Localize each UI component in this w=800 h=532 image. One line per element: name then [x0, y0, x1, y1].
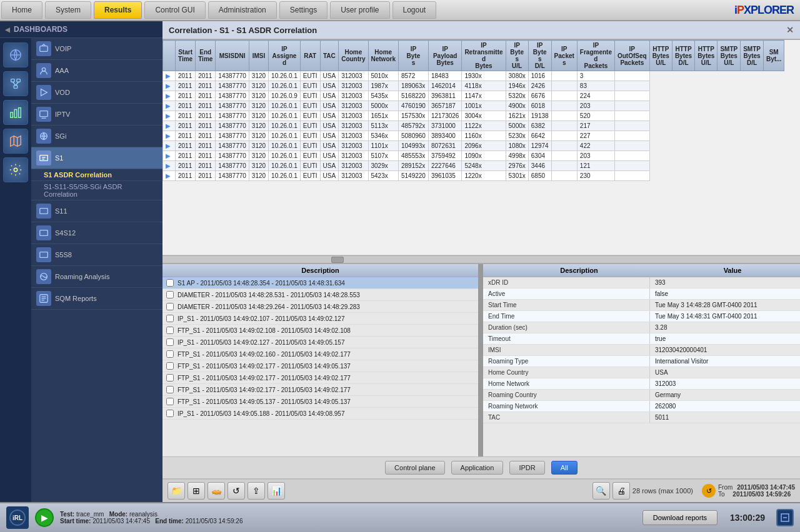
desc-checkbox[interactable]: [166, 327, 174, 334]
desc-checkbox[interactable]: [166, 291, 174, 298]
tab-logout[interactable]: Logout: [392, 1, 437, 19]
desc-list-item[interactable]: FTP_S1 - 2011/05/03 14:49:02.177 - 2011/…: [162, 360, 478, 372]
expand-arrow[interactable]: ▶: [163, 101, 176, 111]
desc-checkbox[interactable]: [166, 386, 174, 393]
sidebar-item-sqm[interactable]: SQM Reports: [31, 288, 162, 310]
expand-arrow[interactable]: ▶: [163, 151, 176, 161]
expand-arrow[interactable]: ▶: [163, 71, 176, 81]
sidebar-icon-chart[interactable]: [3, 100, 28, 125]
desc-list-item[interactable]: IP_S1 - 2011/05/03 14:49:02.127 - 2011/0…: [162, 337, 478, 348]
table-row[interactable]: ▶2011201114387770312010.26.0.1EUTIUSA312…: [163, 111, 784, 121]
col-home-network[interactable]: HomeNetwork: [368, 41, 398, 71]
expand-arrow[interactable]: ▶: [163, 141, 176, 151]
sidebar-item-s5s8[interactable]: S5S8: [31, 244, 162, 266]
desc-checkbox[interactable]: [166, 398, 174, 405]
play-button[interactable]: ▶: [35, 508, 54, 527]
col-start-time[interactable]: StartTime: [176, 41, 196, 71]
expand-arrow[interactable]: ▶: [163, 161, 176, 171]
toolbar-pie-btn[interactable]: 🥧: [208, 482, 225, 500]
application-button[interactable]: Application: [451, 461, 504, 475]
table-row[interactable]: ▶2011201114387770312010.26.0.1EUTIUSA312…: [163, 161, 784, 171]
table-row[interactable]: ▶2011201114387770312010.26.0.1EUTIUSA312…: [163, 101, 784, 111]
sidebar-icon-map[interactable]: [3, 129, 28, 154]
toolbar-refresh-btn[interactable]: ↺: [228, 482, 245, 500]
col-ip-payload[interactable]: IPPayloadBytes: [428, 41, 462, 71]
sidebar-item-vod[interactable]: VOD: [31, 82, 162, 104]
close-button[interactable]: ✕: [786, 25, 794, 35]
expand-arrow[interactable]: ▶: [163, 121, 176, 131]
desc-list-item[interactable]: DIAMETER - 2011/05/03 14:48:28.531 - 201…: [162, 289, 478, 301]
col-rat[interactable]: RAT: [300, 41, 320, 71]
table-row[interactable]: ▶2011201114387770312010.26.0.9EUTIUSA312…: [163, 91, 784, 101]
col-home-country[interactable]: HomeCountry: [339, 41, 368, 71]
col-smtp-bytes-ul[interactable]: SMTPBytesU/L: [718, 41, 741, 71]
tab-system[interactable]: System: [45, 1, 91, 19]
desc-checkbox[interactable]: [166, 350, 174, 358]
desc-checkbox[interactable]: [166, 279, 174, 287]
all-button[interactable]: All: [551, 461, 578, 475]
expand-arrow[interactable]: ▶: [163, 171, 176, 181]
desc-list-item[interactable]: IP_S1 - 2011/05/03 14:49:05.188 - 2011/0…: [162, 408, 478, 420]
sidebar-icon-network[interactable]: [3, 71, 28, 96]
col-ip-bytes-dl[interactable]: IPBytesD/L: [528, 41, 551, 71]
expand-arrow[interactable]: ▶: [163, 131, 176, 141]
desc-checkbox[interactable]: [166, 338, 174, 346]
tab-results[interactable]: Results: [94, 1, 142, 19]
horiz-scrollbar[interactable]: [162, 255, 800, 263]
col-sm[interactable]: SMByt...: [763, 41, 784, 71]
col-http-bytes-ul[interactable]: HTTPBytesU/L: [649, 41, 672, 71]
ipdr-button[interactable]: IPDR: [509, 461, 544, 475]
desc-list-item[interactable]: FTP_S1 - 2011/05/03 14:49:02.160 - 2011/…: [162, 348, 478, 360]
tab-settings[interactable]: Settings: [279, 1, 328, 19]
col-tac[interactable]: TAC: [320, 41, 339, 71]
toolbar-bar-chart-btn[interactable]: 📊: [268, 482, 285, 500]
table-row[interactable]: ▶2011201114387770312010.26.0.1EUTIUSA312…: [163, 131, 784, 141]
toolbar-export-btn[interactable]: ⇪: [248, 482, 265, 500]
desc-list-item[interactable]: FTP_S1 - 2011/05/03 14:49:02.177 - 2011/…: [162, 372, 478, 384]
table-row[interactable]: ▶2011201114387770312010.26.0.1EUTIUSA312…: [163, 121, 784, 131]
desc-checkbox[interactable]: [166, 410, 174, 417]
sidebar-icon-settings[interactable]: [3, 157, 28, 182]
desc-checkbox[interactable]: [166, 374, 174, 382]
col-ip-frag[interactable]: IPFragmentedPackets: [577, 41, 614, 71]
table-row[interactable]: ▶2011201114387770312010.26.0.1EUTIUSA312…: [163, 151, 784, 161]
col-http-bytes-dl[interactable]: HTTPBytesD/L: [672, 41, 694, 71]
col-http-bytes-ul2[interactable]: HTTPBytesU/L: [695, 41, 718, 71]
desc-list-item[interactable]: S1 AP - 2011/05/03 14:48:28.354 - 2011/0…: [162, 277, 478, 289]
table-row[interactable]: ▶2011201114387770312010.26.0.1EUTIUSA312…: [163, 71, 784, 81]
col-msisdni[interactable]: MSISDNI: [216, 41, 249, 71]
main-data-table-area[interactable]: StartTime EndTime MSISDNI IMSI IPAssigne…: [162, 40, 800, 255]
toolbar-folder-btn[interactable]: 📁: [168, 482, 185, 500]
col-ip-bytes-ul[interactable]: IPBytes: [398, 41, 428, 71]
sidebar-item-iptv[interactable]: IPTV: [31, 104, 162, 126]
table-row[interactable]: ▶2011201114387770312010.26.0.1EUTIUSA312…: [163, 141, 784, 151]
sidebar-sub-s1-s11[interactable]: S1-S11-S5/S8-SGi ASDR Correlation: [31, 181, 162, 200]
download-reports-button[interactable]: Download reports: [642, 510, 718, 525]
desc-checkbox[interactable]: [166, 362, 174, 370]
status-action-btn[interactable]: [776, 509, 794, 526]
col-smtp-bytes-dl[interactable]: SMTPBytesD/L: [741, 41, 764, 71]
desc-list-item[interactable]: FTP_S1 - 2011/05/03 14:49:02.177 - 2011/…: [162, 384, 478, 396]
desc-checkbox[interactable]: [166, 315, 174, 322]
col-ip-retransmit[interactable]: IPRetransmittedBytes: [462, 41, 506, 71]
table-row[interactable]: ▶2011201114387770312010.26.0.1EUTIUSA312…: [163, 81, 784, 91]
tab-user-profile[interactable]: User profile: [330, 1, 389, 19]
sidebar-item-roaming[interactable]: Roaming Analysis: [31, 266, 162, 288]
desc-checkbox[interactable]: [166, 303, 174, 310]
col-end-time[interactable]: EndTime: [196, 41, 216, 71]
col-ip-packets[interactable]: IPPackets: [551, 41, 577, 71]
sidebar-item-s11[interactable]: S11: [31, 200, 162, 222]
desc-list-item[interactable]: FTP_S1 - 2011/05/03 14:49:05.137 - 2011/…: [162, 396, 478, 408]
desc-list-item[interactable]: FTP_S1 - 2011/05/03 14:49:02.108 - 2011/…: [162, 325, 478, 337]
col-imsi[interactable]: IMSI: [249, 41, 268, 71]
desc-list-item[interactable]: DIAMETER - 2011/05/03 14:48:29.264 - 201…: [162, 301, 478, 313]
sidebar-item-sgi[interactable]: SGi: [31, 126, 162, 147]
sidebar-icon-globe[interactable]: [3, 42, 28, 67]
sidebar-item-aaa[interactable]: AAA: [31, 60, 162, 82]
toolbar-grid-btn[interactable]: ⊞: [188, 482, 205, 500]
col-ip-outofseq[interactable]: IPOutOfSeqPackets: [614, 41, 649, 71]
tab-home[interactable]: Home: [1, 1, 42, 19]
table-row[interactable]: ▶2011201114387770312010.26.0.1EUTIUSA312…: [163, 171, 784, 181]
expand-arrow[interactable]: ▶: [163, 91, 176, 101]
sidebar-item-s1[interactable]: S1: [31, 147, 162, 169]
